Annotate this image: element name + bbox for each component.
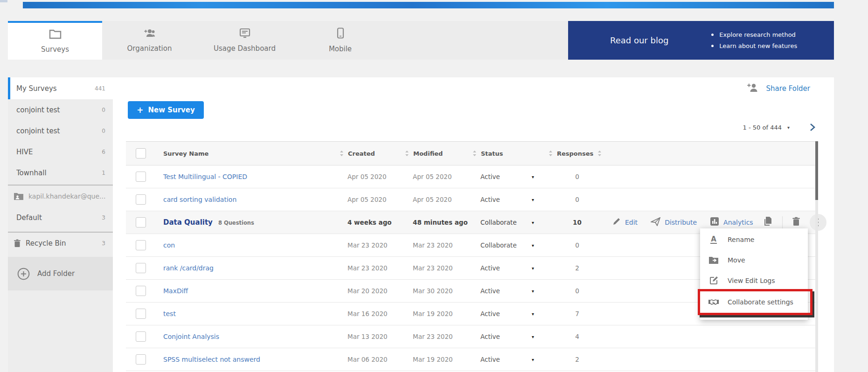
column-header-survey-name[interactable]: Survey Name <box>154 150 338 157</box>
sidebar-item-hive[interactable]: HIVE 6 <box>8 141 113 162</box>
sidebar-item-conjoint-test-1[interactable]: conjoint test 0 <box>8 99 113 120</box>
survey-name-link[interactable]: Test Multilingual - COPIED <box>163 173 247 180</box>
row-checkbox[interactable] <box>136 240 146 250</box>
sort-icon[interactable] <box>597 150 602 157</box>
column-header-label: Survey Name <box>163 150 208 157</box>
tab-surveys[interactable]: Surveys <box>8 21 102 60</box>
sidebar-item-recycle-bin[interactable]: Recycle Bin 3 <box>8 233 113 254</box>
row-checkbox[interactable] <box>136 263 146 273</box>
share-folder-button[interactable]: Share Folder <box>747 83 810 94</box>
column-header-status[interactable]: Status <box>471 150 532 157</box>
status-dropdown-caret[interactable]: ▾ <box>532 334 548 339</box>
row-checkbox[interactable] <box>136 309 146 319</box>
sort-icon[interactable] <box>404 150 410 157</box>
survey-name-link[interactable]: Data Quality <box>163 218 213 227</box>
sort-icon[interactable] <box>472 150 477 157</box>
pagination-caret-icon[interactable]: ▾ <box>787 125 790 130</box>
blog-banner[interactable]: Read our blog Explore research method Le… <box>568 21 834 60</box>
pencil-icon <box>612 217 621 227</box>
distribute-label: Distribute <box>665 219 697 226</box>
status-dropdown-caret[interactable]: ▾ <box>532 311 548 317</box>
status-dropdown-caret[interactable]: ▾ <box>532 357 548 362</box>
bullet-dot-icon <box>711 45 714 47</box>
created-cell: Mar 06 2020 <box>338 356 403 363</box>
new-survey-button[interactable]: + New Survey <box>128 101 204 119</box>
sidebar-item-my-surveys[interactable]: My Surveys 441 <box>8 77 113 99</box>
status-dropdown-caret[interactable]: ▾ <box>532 243 548 248</box>
tab-surveys-label: Surveys <box>41 45 69 54</box>
survey-name-link[interactable]: rank /card/drag <box>163 264 214 272</box>
copy-button[interactable] <box>763 216 773 228</box>
trash-icon <box>792 217 800 228</box>
sidebar-item-conjoint-test-2[interactable]: conjoint test 0 <box>8 120 113 141</box>
rename-icon: A <box>708 236 720 244</box>
select-all-checkbox[interactable] <box>136 148 146 158</box>
sidebar-item-townhall[interactable]: Townhall 1 <box>8 162 113 183</box>
menu-item-label: Collaborate settings <box>728 298 793 306</box>
sort-icon[interactable] <box>339 150 344 157</box>
sidebar-item-shared-account[interactable]: kapil.khandekar@que... <box>8 186 113 207</box>
menu-item-move[interactable]: Move <box>700 250 808 270</box>
sidebar-item-default[interactable]: Default 3 <box>8 207 113 228</box>
status-dropdown-caret[interactable]: ▾ <box>532 197 548 202</box>
menu-item-view-edit-logs[interactable]: View Edit Logs <box>700 270 808 291</box>
tab-mobile[interactable]: Mobile <box>292 21 388 60</box>
status-dropdown-caret[interactable]: ▾ <box>532 266 548 271</box>
survey-name-link[interactable]: SPSS multiselect not answerd <box>163 356 260 363</box>
status-dropdown-caret[interactable]: ▾ <box>532 220 548 225</box>
add-folder-button[interactable]: Add Folder <box>8 257 113 290</box>
row-checkbox[interactable] <box>136 194 146 205</box>
menu-item-label: Rename <box>728 236 754 243</box>
distribute-button[interactable]: Distribute <box>651 217 697 228</box>
responses-cell: 10 <box>548 219 606 226</box>
blog-banner-title[interactable]: Read our blog <box>610 35 668 45</box>
survey-name-link[interactable]: test <box>163 310 176 317</box>
menu-item-collaborate-settings[interactable]: Collaborate settings <box>700 291 808 313</box>
pagination-next-button[interactable] <box>809 123 815 131</box>
table-scrollbar-track[interactable] <box>815 141 818 372</box>
column-header-label: Created <box>348 150 375 157</box>
survey-name-link[interactable]: Conjoint Analysis <box>163 333 219 340</box>
sidebar-item-label: kapil.khandekar@que... <box>28 193 113 200</box>
move-folder-icon <box>708 256 720 264</box>
row-checkbox[interactable] <box>136 217 146 227</box>
status-cell: Collaborate <box>471 219 532 226</box>
sidebar-item-count: 0 <box>102 128 105 134</box>
sort-icon[interactable] <box>548 150 553 157</box>
status-cell: Collaborate <box>471 241 532 249</box>
tab-organization[interactable]: Organization <box>102 21 197 60</box>
status-dropdown-caret[interactable]: ▾ <box>532 289 548 294</box>
tab-usage-dashboard[interactable]: Usage Dashboard <box>197 21 292 60</box>
column-header-responses[interactable]: Responses <box>548 150 606 157</box>
created-cell: Mar 16 2020 <box>338 310 403 317</box>
sidebar-item-count: 0 <box>102 107 105 113</box>
sidebar-item-label: conjoint test <box>16 127 102 135</box>
menu-item-label: Move <box>728 256 745 264</box>
table-scrollbar-thumb[interactable] <box>815 141 818 200</box>
table-row: card sorting validation Apr 05 2020 Apr … <box>126 188 818 211</box>
row-checkbox[interactable] <box>136 172 146 182</box>
responses-cell: 0 <box>548 241 606 249</box>
edit-button[interactable]: Edit <box>612 217 638 227</box>
responses-cell: 0 <box>548 173 606 180</box>
delete-button[interactable] <box>792 217 800 228</box>
survey-name-link[interactable]: con <box>163 241 175 249</box>
menu-item-rename[interactable]: A Rename <box>700 229 808 250</box>
modified-cell: Mar 23 2020 <box>403 333 471 340</box>
column-header-created[interactable]: Created <box>338 150 403 157</box>
responses-cell: 0 <box>548 287 606 295</box>
analytics-button[interactable]: Analytics <box>710 217 753 228</box>
survey-name-link[interactable]: MaxDiff <box>163 287 188 295</box>
row-checkbox[interactable] <box>136 331 146 342</box>
column-header-modified[interactable]: Modified <box>403 150 471 157</box>
new-survey-label: New Survey <box>148 106 194 114</box>
dashboard-icon <box>239 28 251 40</box>
survey-name-link[interactable]: card sorting validation <box>163 196 236 203</box>
blog-banner-bullets: Explore research method Learn about new … <box>711 31 797 49</box>
status-dropdown-caret[interactable]: ▾ <box>532 174 548 179</box>
table-row: Conjoint Analysis Mar 13 2020 Mar 23 202… <box>126 325 818 348</box>
row-checkbox[interactable] <box>136 354 146 365</box>
row-checkbox[interactable] <box>136 286 146 296</box>
add-people-icon <box>143 28 156 40</box>
add-folder-label: Add Folder <box>37 269 75 278</box>
